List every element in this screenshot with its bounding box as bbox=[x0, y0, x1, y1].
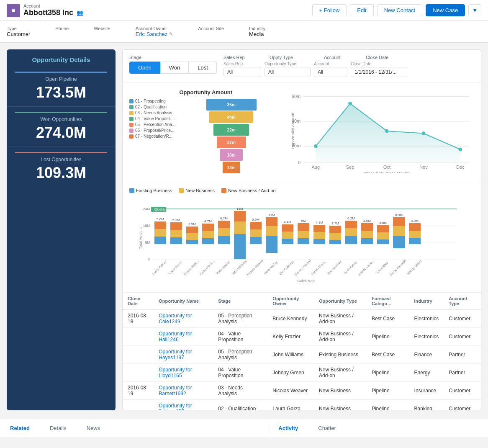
legend-item: 05 - Perception Ana... bbox=[129, 122, 175, 127]
svg-text:24M: 24M bbox=[143, 207, 150, 211]
svg-text:5.3M: 5.3M bbox=[172, 218, 180, 222]
svg-text:5.6M: 5.6M bbox=[157, 217, 164, 221]
svg-text:Nov: Nov bbox=[420, 165, 428, 170]
svg-text:Total Amount: Total Amount bbox=[139, 227, 143, 249]
account-icon: ■ bbox=[7, 4, 20, 17]
svg-text:8.9M: 8.9M bbox=[395, 213, 403, 217]
tab-news[interactable]: News bbox=[77, 419, 110, 437]
stage-open-button[interactable]: Open bbox=[129, 62, 160, 74]
legend-item: 01 - Prospecting bbox=[129, 99, 175, 103]
cell-account-type: Partner bbox=[444, 346, 481, 364]
cell-industry: Insurance bbox=[409, 382, 444, 400]
svg-text:4.9M: 4.9M bbox=[411, 219, 419, 223]
edit-button[interactable]: Edit bbox=[350, 4, 373, 16]
table-row[interactable]: Opportunity for Hall1246 04 - Value Prop… bbox=[123, 328, 481, 346]
col-account-type: Account Type bbox=[444, 293, 481, 310]
svg-text:3.8M: 3.8M bbox=[379, 221, 387, 225]
funnel-bar: 13m bbox=[223, 162, 240, 173]
tab-chatter[interactable]: Chatter bbox=[308, 419, 346, 437]
svg-rect-39 bbox=[170, 222, 182, 230]
svg-rect-112 bbox=[409, 238, 421, 244]
svg-text:Opportunity Amount: Opportunity Amount bbox=[290, 113, 295, 149]
owner-value[interactable]: Eric Sanchez bbox=[136, 31, 168, 37]
svg-rect-57 bbox=[234, 234, 246, 259]
svg-text:4.6M: 4.6M bbox=[363, 219, 371, 223]
svg-rect-53 bbox=[218, 228, 230, 236]
col-stage: Stage bbox=[213, 293, 267, 310]
legend-item: 03 - Needs Analysis bbox=[129, 111, 175, 115]
table-row[interactable]: Opportunity for Hayes1197 05 - Perceptio… bbox=[123, 346, 481, 364]
app-header: ■ Account Abbott358 Inc 👥 + Follow Edit … bbox=[0, 0, 488, 21]
svg-rect-47 bbox=[202, 238, 214, 244]
account-type-label: Account bbox=[23, 3, 83, 8]
svg-text:5M: 5M bbox=[301, 219, 306, 223]
svg-rect-84 bbox=[313, 225, 325, 232]
dropdown-button[interactable]: ▼ bbox=[468, 4, 481, 16]
filter-label-oppty-type: Oppty Type bbox=[270, 55, 316, 60]
account-people-icon[interactable]: 👥 bbox=[77, 10, 83, 16]
svg-rect-78 bbox=[298, 231, 309, 238]
new-case-button[interactable]: New Case bbox=[426, 4, 465, 16]
svg-text:3.9M: 3.9M bbox=[188, 222, 196, 226]
cell-owner: Laura Garza bbox=[267, 400, 314, 410]
date-select[interactable]: 1/1/2016 - 12/31/... bbox=[351, 67, 407, 77]
svg-text:Evelyn Willa...: Evelyn Willa... bbox=[183, 259, 200, 276]
lost-opportunities-label: Lost Opportunities bbox=[15, 157, 107, 162]
col-forecast: Forecast Catego... bbox=[367, 293, 409, 310]
table-row[interactable]: 2016-08-18 Opportunity for Cole1249 05 -… bbox=[123, 310, 481, 328]
table-section: Close Date Opportunity Name Stage Opport… bbox=[123, 293, 481, 410]
industry-value: Media bbox=[249, 31, 265, 37]
svg-text:16M: 16M bbox=[143, 224, 150, 228]
cell-forecast: Best Case bbox=[367, 310, 409, 328]
svg-text:6.2M: 6.2M bbox=[220, 216, 228, 220]
funnel-chart-title: Opportunity Amount bbox=[129, 89, 282, 95]
table-row[interactable]: Opportunity for Lloyd1165 04 - Value Pro… bbox=[123, 364, 481, 382]
account-select[interactable]: All bbox=[314, 67, 347, 77]
oppty-type-select[interactable]: All bbox=[265, 67, 311, 77]
left-panel: Opportunity Details Open Pipeline 173.5M… bbox=[7, 49, 116, 410]
cell-opp-name[interactable]: Opportunity for Barnett1692 bbox=[154, 382, 213, 400]
table-row[interactable]: 2016-08-19 Opportunity for Barnett1692 0… bbox=[123, 382, 481, 400]
stage-won-button[interactable]: Won bbox=[160, 62, 189, 74]
stage-lost-button[interactable]: Lost bbox=[189, 62, 217, 74]
svg-rect-99 bbox=[361, 223, 373, 231]
col-owner: Opportunity Owner bbox=[267, 293, 314, 310]
svg-rect-74 bbox=[282, 224, 293, 232]
cell-industry: Energy bbox=[409, 364, 444, 382]
svg-rect-37 bbox=[170, 237, 182, 244]
svg-rect-77 bbox=[298, 238, 309, 244]
follow-button[interactable]: + Follow bbox=[312, 4, 347, 16]
svg-text:Nicolas Weaver: Nicolas Weaver bbox=[246, 258, 265, 277]
right-panel: Stage Open Won Lost Sales Rep Oppty Type… bbox=[122, 49, 481, 410]
tab-activity[interactable]: Activity bbox=[268, 419, 308, 437]
svg-rect-63 bbox=[250, 229, 262, 237]
svg-rect-79 bbox=[298, 223, 309, 231]
cell-opp-name[interactable]: Opportunity for Hayes1197 bbox=[154, 346, 213, 364]
svg-text:4.4M: 4.4M bbox=[284, 220, 291, 224]
won-opportunities-value: 274.0M bbox=[15, 124, 107, 142]
tab-related[interactable]: Related bbox=[0, 419, 40, 437]
tab-details[interactable]: Details bbox=[40, 419, 77, 437]
owner-edit-icon[interactable]: ✎ bbox=[169, 31, 173, 37]
new-contact-button[interactable]: New Contact bbox=[377, 4, 422, 16]
svg-rect-33 bbox=[154, 229, 166, 237]
svg-text:John Williams: John Williams bbox=[231, 260, 247, 276]
svg-text:5.5M: 5.5M bbox=[252, 218, 259, 221]
svg-rect-107 bbox=[393, 236, 405, 248]
col-opp-name: Opportunity Name bbox=[154, 293, 213, 310]
cell-opp-name[interactable]: Opportunity for Bridges657 bbox=[154, 400, 213, 410]
cell-date: 2016-08-19 bbox=[123, 382, 154, 400]
cell-date bbox=[123, 328, 154, 346]
legend-item: 04 - Value Propositi... bbox=[129, 116, 175, 121]
svg-text:Sales Rep: Sales Rep bbox=[297, 279, 315, 283]
cell-stage: 03 - Needs Analysis bbox=[213, 382, 267, 400]
cell-opp-name[interactable]: Opportunity for Cole1249 bbox=[154, 310, 213, 328]
cell-opp-name[interactable]: Opportunity for Hall1246 bbox=[154, 328, 213, 346]
svg-rect-62 bbox=[250, 237, 262, 244]
cell-opp-name[interactable]: Opportunity for Lloyd1165 bbox=[154, 364, 213, 382]
sales-rep-select[interactable]: All bbox=[223, 67, 261, 77]
table-row[interactable]: Opportunity for Bridges657 02 - Qualific… bbox=[123, 400, 481, 410]
svg-rect-68 bbox=[266, 226, 277, 236]
svg-point-14 bbox=[459, 147, 462, 151]
svg-rect-58 bbox=[234, 221, 246, 234]
